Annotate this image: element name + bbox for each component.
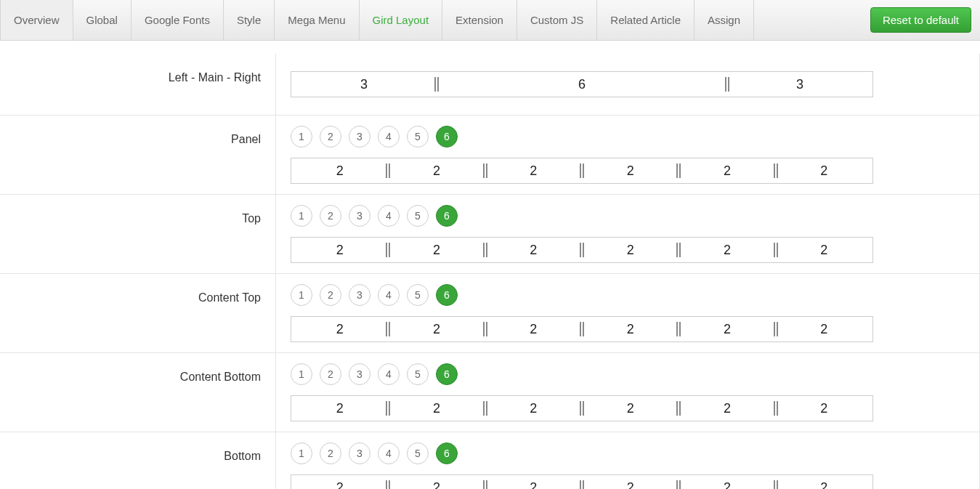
column-count-picker: 123456: [291, 126, 965, 147]
column-count-option[interactable]: 3: [349, 126, 370, 147]
grid-cell-value: 2: [336, 401, 344, 416]
grid-cell: 2: [679, 158, 775, 183]
column-count-option[interactable]: 2: [320, 442, 341, 464]
grid-width-bar: 222222: [291, 237, 873, 263]
column-count-option[interactable]: 1: [291, 284, 312, 306]
tab-label: Related Article: [610, 14, 681, 26]
grid-cell: 2: [291, 317, 388, 342]
column-count-option[interactable]: 4: [378, 284, 400, 306]
column-count-option[interactable]: 6: [436, 205, 458, 227]
column-count-option[interactable]: 5: [407, 205, 429, 227]
tab-custom-js[interactable]: Custom JS: [517, 0, 597, 40]
section-row: Panel123456222222: [0, 115, 980, 194]
grid-cell-value: 2: [724, 163, 731, 179]
tab-label: Google Fonts: [145, 14, 210, 26]
tab-related-article[interactable]: Related Article: [597, 0, 694, 40]
column-count-option[interactable]: 5: [407, 284, 429, 306]
column-count-option[interactable]: 5: [407, 126, 429, 147]
grid-cell-value: 2: [724, 401, 731, 416]
grid-cell: 2: [679, 396, 775, 421]
column-count-option[interactable]: 1: [291, 363, 312, 385]
section-label: Bottom: [0, 432, 276, 489]
grid-cell: 6: [437, 72, 727, 97]
section-label: Left - Main - Right: [0, 54, 276, 115]
column-count-option[interactable]: 2: [320, 363, 341, 385]
grid-cell: 2: [582, 238, 679, 262]
column-count-option[interactable]: 3: [349, 284, 370, 306]
grid-cell: 2: [291, 396, 388, 421]
tab-assign[interactable]: Assign: [694, 0, 754, 40]
grid-cell-value: 2: [336, 480, 344, 490]
column-count-option[interactable]: 6: [436, 442, 458, 464]
tab-style[interactable]: Style: [224, 0, 275, 40]
tab-label: Extension: [455, 14, 503, 26]
grid-cell-value: 2: [530, 243, 537, 258]
grid-cell: 2: [388, 475, 485, 489]
column-count-option[interactable]: 3: [349, 205, 370, 227]
tab-label: Mega Menu: [288, 14, 345, 26]
column-count-option[interactable]: 1: [291, 442, 312, 464]
grid-settings: Left - Main - Right363Panel123456222222T…: [0, 41, 980, 489]
grid-cell: 2: [582, 475, 679, 489]
grid-cell-value: 2: [433, 243, 440, 258]
column-count-option[interactable]: 2: [320, 126, 341, 147]
tab-label: Global: [86, 14, 118, 26]
tab-label: Custom JS: [530, 14, 583, 26]
column-count-option[interactable]: 4: [378, 205, 400, 227]
column-count-option[interactable]: 3: [349, 363, 370, 385]
grid-cell-value: 2: [530, 322, 537, 337]
grid-cell: 2: [679, 238, 775, 262]
grid-cell-value: 2: [724, 243, 731, 258]
column-count-option[interactable]: 3: [349, 442, 370, 464]
grid-cell: 3: [291, 72, 437, 97]
tab-label: Gird Layout: [373, 14, 429, 26]
column-count-option[interactable]: 4: [378, 442, 400, 464]
section-label: Content Bottom: [0, 353, 276, 432]
grid-cell-value: 2: [433, 163, 440, 179]
grid-cell: 2: [485, 238, 582, 262]
grid-cell-value: 6: [578, 77, 586, 92]
grid-cell: 2: [485, 396, 582, 421]
column-count-option[interactable]: 5: [407, 363, 429, 385]
tab-extension[interactable]: Extension: [442, 0, 517, 40]
column-count-option[interactable]: 6: [436, 126, 458, 147]
grid-cell: 2: [485, 158, 582, 183]
column-count-option[interactable]: 4: [378, 126, 400, 147]
column-count-option[interactable]: 2: [320, 205, 341, 227]
grid-cell: 2: [388, 317, 485, 342]
tab-global[interactable]: Global: [73, 0, 131, 40]
column-count-option[interactable]: 5: [407, 442, 429, 464]
grid-cell-value: 2: [433, 401, 440, 416]
section-row: Bottom123456222222: [0, 432, 980, 489]
grid-cell: 2: [679, 475, 775, 489]
tab-google-fonts[interactable]: Google Fonts: [131, 0, 224, 40]
reset-button[interactable]: Reset to default: [870, 7, 971, 33]
grid-cell-value: 2: [724, 322, 731, 337]
grid-cell-value: 2: [820, 480, 827, 490]
column-count-option[interactable]: 6: [436, 284, 458, 306]
tab-gird-layout[interactable]: Gird Layout: [360, 0, 443, 40]
column-count-option[interactable]: 1: [291, 205, 312, 227]
grid-cell-value: 2: [530, 163, 537, 179]
column-count-option[interactable]: 6: [436, 363, 458, 385]
grid-cell: 2: [582, 158, 679, 183]
tab-overview[interactable]: Overview: [0, 0, 73, 40]
grid-cell: 2: [291, 238, 388, 262]
top-toolbar: OverviewGlobalGoogle FontsStyleMega Menu…: [0, 0, 980, 41]
grid-cell: 2: [485, 317, 582, 342]
grid-cell: 2: [679, 317, 775, 342]
section-body: 123456222222: [276, 116, 980, 194]
column-count-option[interactable]: 4: [378, 363, 400, 385]
tab-label: Overview: [14, 14, 60, 26]
tab-mega-menu[interactable]: Mega Menu: [275, 0, 359, 40]
grid-width-bar: 363: [291, 71, 873, 97]
grid-cell-value: 2: [820, 163, 827, 179]
grid-cell-value: 2: [336, 243, 344, 258]
grid-cell-value: 2: [724, 480, 731, 490]
grid-cell-value: 2: [820, 322, 827, 337]
tab-label: Assign: [708, 14, 740, 26]
column-count-option[interactable]: 2: [320, 284, 341, 306]
tab-label: Style: [237, 14, 261, 26]
grid-cell-value: 2: [820, 243, 827, 258]
column-count-option[interactable]: 1: [291, 126, 312, 147]
